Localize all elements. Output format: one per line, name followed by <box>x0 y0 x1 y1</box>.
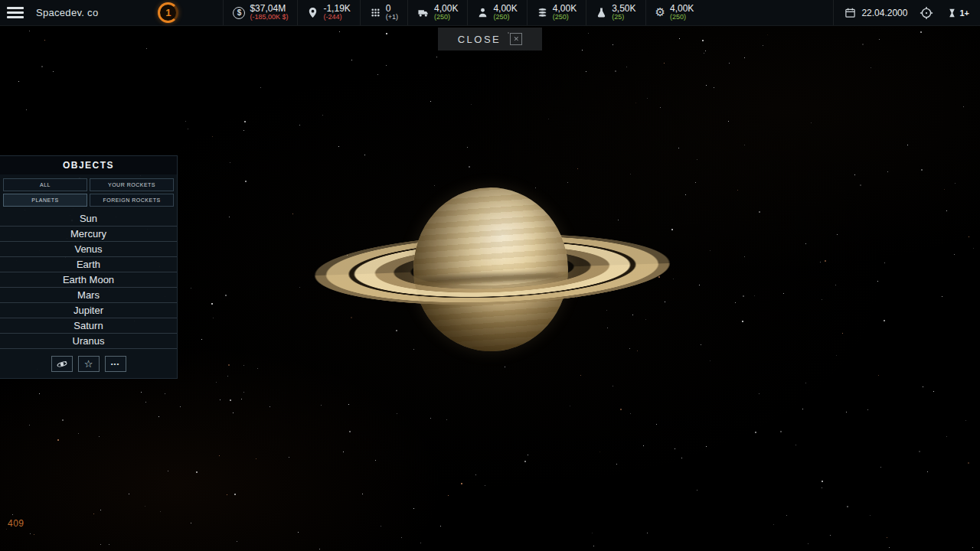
star <box>100 510 101 510</box>
objects-panel: OBJECTS ALL YOUR ROCKETS PLANETS FOREIGN… <box>0 155 178 379</box>
star <box>643 445 644 446</box>
star <box>146 48 147 49</box>
star <box>145 402 146 403</box>
star <box>485 485 485 486</box>
star <box>386 65 387 66</box>
tab-your-rockets[interactable]: YOUR ROCKETS <box>90 178 174 191</box>
object-item-mercury[interactable]: Mercury <box>0 227 177 242</box>
star <box>820 262 821 262</box>
star <box>592 533 593 533</box>
star <box>706 446 707 447</box>
star <box>822 299 822 300</box>
coins-icon <box>537 7 548 18</box>
star <box>191 288 191 289</box>
star <box>29 425 30 425</box>
star <box>580 375 581 376</box>
star <box>237 541 237 542</box>
object-item-sun[interactable]: Sun <box>0 211 177 227</box>
star <box>6 529 7 530</box>
star <box>582 50 583 51</box>
star <box>920 31 922 33</box>
object-item-jupiter[interactable]: Jupiter <box>0 303 177 318</box>
star <box>599 452 600 452</box>
star <box>942 296 942 297</box>
objects-panel-actions: ☆ ••• <box>0 349 177 372</box>
star <box>786 515 787 516</box>
date-value: 22.04.2000 <box>861 8 907 18</box>
star <box>430 101 431 102</box>
star <box>795 445 796 445</box>
star <box>233 412 234 413</box>
star <box>219 455 220 456</box>
star <box>620 409 622 410</box>
stat-parts: ⚙ 4,00K (250) <box>645 0 704 25</box>
object-item-earth[interactable]: Earth <box>0 257 177 272</box>
star <box>12 514 13 515</box>
worker-icon <box>477 7 488 18</box>
star <box>728 121 729 122</box>
star <box>364 155 365 155</box>
stat-resources: 4,00K (250) <box>527 0 586 25</box>
frame-counter: 409 <box>8 518 24 529</box>
time-speed-button[interactable]: 1+ <box>946 6 971 20</box>
population-icon <box>370 7 381 18</box>
topbar: Spacedev. co 1 $ $37,04M (-185,00K $) -1… <box>0 0 980 26</box>
star <box>351 60 352 60</box>
tab-planets[interactable]: PLANETS <box>3 194 87 207</box>
star <box>343 452 344 452</box>
star <box>471 104 472 105</box>
star <box>243 392 244 393</box>
star <box>436 57 437 57</box>
close-button[interactable]: CLOSE ✕ <box>438 28 542 51</box>
star <box>299 125 300 126</box>
star <box>298 532 299 533</box>
star <box>505 367 505 367</box>
star <box>299 287 300 288</box>
star <box>180 406 181 407</box>
star <box>854 174 855 175</box>
star <box>260 87 261 88</box>
star <box>919 451 920 452</box>
star <box>743 295 744 297</box>
date-display[interactable]: 22.04.2000 <box>833 0 907 25</box>
star <box>29 31 30 31</box>
object-item-saturn[interactable]: Saturn <box>0 318 177 334</box>
star <box>230 162 230 163</box>
star <box>681 458 682 458</box>
star <box>972 547 973 548</box>
star <box>879 39 880 40</box>
star <box>211 303 213 305</box>
star <box>401 537 402 538</box>
star <box>467 147 468 148</box>
star <box>697 490 697 491</box>
star <box>57 439 59 441</box>
star <box>616 464 617 465</box>
center-view-button[interactable] <box>918 5 935 21</box>
star <box>811 122 812 123</box>
more-options-button[interactable]: ••• <box>105 356 126 372</box>
object-item-earth-moon[interactable]: Earth Moon <box>0 272 177 288</box>
object-item-mars[interactable]: Mars <box>0 288 177 303</box>
star <box>191 523 191 523</box>
level-badge[interactable]: 1 <box>158 2 178 23</box>
tab-all[interactable]: ALL <box>3 178 87 191</box>
object-item-venus[interactable]: Venus <box>0 242 177 257</box>
stat-workers: 4,00K (250) <box>467 0 526 25</box>
planet-saturn[interactable] <box>302 175 683 366</box>
star <box>954 254 955 255</box>
orbit-view-button[interactable] <box>51 356 73 372</box>
tab-foreign-rockets[interactable]: FOREIGN ROCKETS <box>90 194 174 207</box>
favorites-button[interactable]: ☆ <box>78 356 100 372</box>
star <box>413 508 414 509</box>
star <box>78 433 79 434</box>
star <box>830 535 831 536</box>
object-item-uranus[interactable]: Uranus <box>0 334 177 349</box>
star <box>216 382 217 383</box>
star <box>165 393 165 394</box>
stat-science-delta: (25) <box>612 14 635 21</box>
menu-button[interactable] <box>7 7 24 18</box>
gear-icon: ⚙ <box>655 7 665 18</box>
star <box>212 136 213 137</box>
objects-panel-title: OBJECTS <box>0 156 177 174</box>
star <box>805 243 806 244</box>
